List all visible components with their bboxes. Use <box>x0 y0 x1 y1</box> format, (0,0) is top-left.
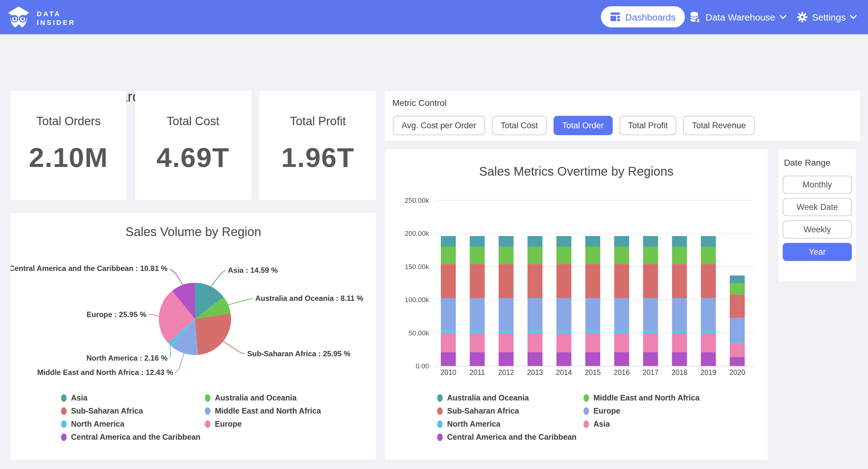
legend-item-sub-saharan-africa[interactable]: Sub-Saharan Africa <box>437 407 577 415</box>
bar-segment-2014-central-america-and-the-caribbean[interactable] <box>556 352 571 366</box>
bar-segment-2010-europe[interactable] <box>441 298 456 330</box>
bar-segment-2011-middle-east-and-north-africa[interactable] <box>470 247 485 264</box>
bar-segment-2016-central-america-and-the-caribbean[interactable] <box>614 352 629 366</box>
bar-segment-2014-asia[interactable] <box>556 333 571 352</box>
legend-item-central-america-and-the-caribbean[interactable]: Central America and the Caribbean <box>437 433 577 442</box>
legend-item-central-america-and-the-caribbean[interactable]: Central America and the Caribbean <box>61 433 200 442</box>
bar-segment-2010-middle-east-and-north-africa[interactable] <box>441 247 456 264</box>
bar-segment-2010-north-america[interactable] <box>441 330 456 333</box>
bar-segment-2016-middle-east-and-north-africa[interactable] <box>614 247 629 264</box>
bar-segment-2018-middle-east-and-north-africa[interactable] <box>672 247 687 264</box>
legend-item-europe[interactable]: Europe <box>584 407 700 415</box>
bar-segment-2014-europe[interactable] <box>556 298 571 330</box>
bar-segment-2010-central-america-and-the-caribbean[interactable] <box>441 352 456 366</box>
bar-segment-2014-middle-east-and-north-africa[interactable] <box>556 247 571 264</box>
bar-segment-2013-central-america-and-the-caribbean[interactable] <box>527 352 542 366</box>
bar-segment-2012-australia-and-oceania[interactable] <box>499 236 514 247</box>
bar-segment-2016-asia[interactable] <box>614 333 629 352</box>
bar-segment-2018-north-america[interactable] <box>672 330 687 333</box>
date-range-weekly[interactable]: Weekly <box>783 221 852 239</box>
nav-item-data-warehouse[interactable]: Data Warehouse <box>689 0 786 34</box>
bar-segment-2011-australia-and-oceania[interactable] <box>470 236 485 247</box>
nav-item-dashboards[interactable]: Dashboards <box>601 6 685 27</box>
bar-segment-2020-sub-saharan-africa[interactable] <box>730 294 745 318</box>
bar-segment-2018-asia[interactable] <box>672 333 687 352</box>
date-range-year[interactable]: Year <box>783 243 852 261</box>
date-range-week-date[interactable]: Week Date <box>783 198 852 216</box>
bar-segment-2018-sub-saharan-africa[interactable] <box>672 264 687 298</box>
bar-segment-2019-north-america[interactable] <box>701 330 716 333</box>
nav-item-settings[interactable]: Settings <box>797 0 857 34</box>
bar-segment-2016-north-america[interactable] <box>614 330 629 333</box>
bar-segment-2011-europe[interactable] <box>470 298 485 330</box>
bar-segment-2020-north-america[interactable] <box>730 343 745 344</box>
metric-chip-total-profit[interactable]: Total Profit <box>619 116 677 135</box>
bar-segment-2011-central-america-and-the-caribbean[interactable] <box>470 352 485 366</box>
metric-chip-total-order[interactable]: Total Order <box>554 116 613 135</box>
bar-segment-2020-europe[interactable] <box>730 318 745 343</box>
bar-segment-2019-australia-and-oceania[interactable] <box>701 236 716 247</box>
bar-segment-2018-australia-and-oceania[interactable] <box>672 236 687 247</box>
bar-segment-2019-asia[interactable] <box>701 333 716 352</box>
legend-item-europe[interactable]: Europe <box>205 420 321 429</box>
bar-segment-2016-sub-saharan-africa[interactable] <box>614 264 629 298</box>
bar-segment-2017-north-america[interactable] <box>643 330 658 333</box>
bar-segment-2017-sub-saharan-africa[interactable] <box>643 264 658 298</box>
bar-segment-2012-middle-east-and-north-africa[interactable] <box>499 247 514 264</box>
legend-item-north-america[interactable]: North America <box>437 420 577 429</box>
bar-segment-2017-europe[interactable] <box>643 298 658 330</box>
bar-segment-2013-asia[interactable] <box>527 333 542 352</box>
bar-segment-2015-middle-east-and-north-africa[interactable] <box>585 247 600 264</box>
metric-chip-total-cost[interactable]: Total Cost <box>492 116 547 135</box>
bar-segment-2015-australia-and-oceania[interactable] <box>585 236 600 247</box>
legend-item-middle-east-and-north-africa[interactable]: Middle East and North Africa <box>205 407 321 415</box>
metric-chip-avg-cost-per-order[interactable]: Avg. Cost per Order <box>393 116 485 135</box>
bar-segment-2015-sub-saharan-africa[interactable] <box>585 264 600 298</box>
bar-segment-2012-central-america-and-the-caribbean[interactable] <box>499 352 514 366</box>
bar-segment-2015-europe[interactable] <box>585 298 600 330</box>
bar-segment-2012-north-america[interactable] <box>499 330 514 333</box>
metric-chip-total-revenue[interactable]: Total Revenue <box>683 116 755 135</box>
bar-segment-2011-sub-saharan-africa[interactable] <box>470 264 485 298</box>
bar-segment-2015-asia[interactable] <box>585 333 600 352</box>
bar-segment-2013-middle-east-and-north-africa[interactable] <box>527 247 542 264</box>
bar-segment-2020-australia-and-oceania[interactable] <box>730 275 745 283</box>
date-range-monthly[interactable]: Monthly <box>783 176 852 194</box>
bar-segment-2019-central-america-and-the-caribbean[interactable] <box>701 352 716 366</box>
bar-segment-2016-europe[interactable] <box>614 298 629 330</box>
bar-segment-2010-sub-saharan-africa[interactable] <box>441 264 456 298</box>
bar-segment-2020-middle-east-and-north-africa[interactable] <box>730 283 745 294</box>
bar-segment-2013-europe[interactable] <box>527 298 542 330</box>
bar-segment-2013-australia-and-oceania[interactable] <box>527 236 542 247</box>
bar-segment-2017-australia-and-oceania[interactable] <box>643 236 658 247</box>
bar-segment-2019-middle-east-and-north-africa[interactable] <box>701 247 716 264</box>
bar-segment-2014-sub-saharan-africa[interactable] <box>556 264 571 298</box>
bar-segment-2012-sub-saharan-africa[interactable] <box>499 264 514 298</box>
legend-item-middle-east-and-north-africa[interactable]: Middle East and North Africa <box>584 393 700 402</box>
legend-item-australia-and-oceania[interactable]: Australia and Oceania <box>205 393 321 402</box>
bar-segment-2015-central-america-and-the-caribbean[interactable] <box>585 352 600 366</box>
brand[interactable]: DATA INSIDER <box>6 4 75 32</box>
bar-segment-2018-europe[interactable] <box>672 298 687 330</box>
bar-segment-2011-north-america[interactable] <box>470 330 485 333</box>
bar-segment-2012-asia[interactable] <box>499 333 514 352</box>
bar-segment-2020-asia[interactable] <box>730 344 745 357</box>
bar-segment-2019-sub-saharan-africa[interactable] <box>701 264 716 298</box>
bar-segment-2020-central-america-and-the-caribbean[interactable] <box>730 357 745 366</box>
bar-segment-2019-europe[interactable] <box>701 298 716 330</box>
bar-segment-2012-europe[interactable] <box>499 298 514 330</box>
pie-slice-sub-saharan-africa[interactable] <box>195 314 231 355</box>
bar-segment-2017-central-america-and-the-caribbean[interactable] <box>643 352 658 366</box>
legend-item-asia[interactable]: Asia <box>61 393 200 402</box>
bar-segment-2015-north-america[interactable] <box>585 330 600 333</box>
legend-item-asia[interactable]: Asia <box>584 420 700 429</box>
bar-segment-2011-asia[interactable] <box>470 333 485 352</box>
bar-segment-2017-asia[interactable] <box>643 333 658 352</box>
bar-segment-2010-australia-and-oceania[interactable] <box>441 236 456 247</box>
bar-segment-2013-sub-saharan-africa[interactable] <box>527 264 542 298</box>
bar-segment-2014-north-america[interactable] <box>556 330 571 333</box>
legend-item-north-america[interactable]: North America <box>61 420 200 429</box>
legend-item-sub-saharan-africa[interactable]: Sub-Saharan Africa <box>61 407 200 415</box>
bar-segment-2014-australia-and-oceania[interactable] <box>556 236 571 247</box>
bar-segment-2016-australia-and-oceania[interactable] <box>614 236 629 247</box>
